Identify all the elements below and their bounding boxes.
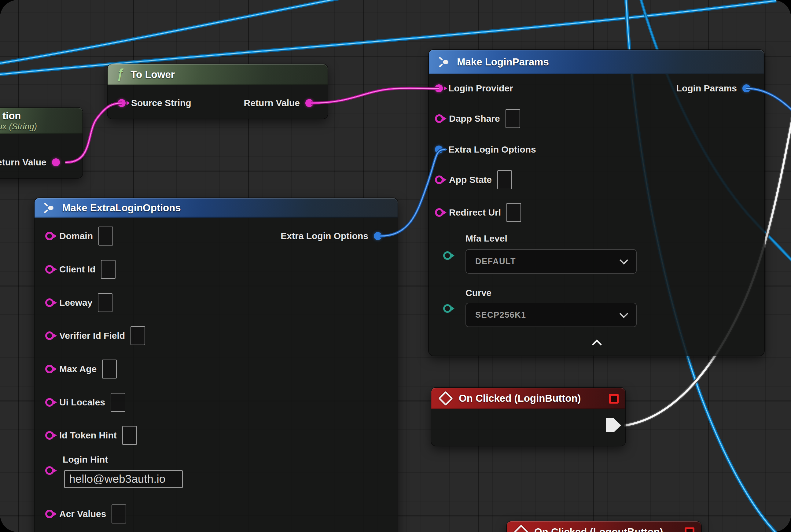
source-string-row: Source String <box>118 94 191 113</box>
source-string-pin[interactable] <box>118 99 126 107</box>
client-id-pin[interactable] <box>45 265 54 274</box>
extra-login-options-output-pin[interactable] <box>374 232 382 240</box>
ui-locales-label: Ui Locales <box>59 397 105 407</box>
acr-values-value-field[interactable] <box>112 505 126 524</box>
make-struct-icon <box>42 202 56 214</box>
node-mlp-header[interactable]: Make LoginParams <box>429 50 764 74</box>
graph-canvas[interactable]: tion ox (String) eturn Value ƒ To Lower … <box>0 0 791 532</box>
delegate-square-icon[interactable] <box>684 527 694 532</box>
login-provider-pin[interactable] <box>435 84 443 92</box>
node-textbox-partial-title: tion <box>2 110 82 122</box>
pin-row-login-provider: Login Provider <box>435 79 513 98</box>
leeway-label: Leeway <box>59 298 92 308</box>
delegate-square-icon[interactable] <box>609 394 619 404</box>
login-params-output-row: Login Params <box>676 79 750 98</box>
login-hint-label: Login Hint <box>63 454 108 465</box>
client-id-value-field[interactable] <box>101 260 116 279</box>
blueprint-editor-screenshot: tion ox (String) eturn Value ƒ To Lower … <box>0 0 791 532</box>
mfa-level-value: DEFAULT <box>475 257 516 266</box>
dapp-share-pin[interactable] <box>435 114 443 123</box>
dapp-share-label: Dapp Share <box>449 113 500 124</box>
domain-value-field[interactable] <box>98 227 113 246</box>
node-melo-title: Make ExtraLoginOptions <box>62 202 181 214</box>
app-state-pin[interactable] <box>435 175 443 184</box>
collapse-node-chevron-icon[interactable] <box>592 339 602 349</box>
curve-pin[interactable] <box>443 304 452 313</box>
node-mlp-title: Make LoginParams <box>457 56 549 68</box>
redirect-url-label: Redirect Url <box>449 207 501 218</box>
wire-decorative-1[interactable] <box>0 0 350 63</box>
app-state-value-field[interactable] <box>497 170 512 189</box>
node-onclicked-login-header[interactable]: On Clicked (LoginButton) <box>431 388 625 409</box>
client-id-label: Client Id <box>59 264 95 274</box>
leeway-value-field[interactable] <box>98 293 113 312</box>
return-value-pin[interactable] <box>305 99 313 107</box>
extra-login-options-output-label: Extra Login Options <box>281 231 368 241</box>
login-params-output-pin[interactable] <box>742 84 750 92</box>
node-to-lower-title: To Lower <box>131 69 175 80</box>
verifier-id-value-field[interactable] <box>131 326 145 345</box>
id-token-hint-value-field[interactable] <box>122 426 137 445</box>
leeway-pin[interactable] <box>45 299 54 307</box>
node-on-clicked-login-button[interactable]: On Clicked (LoginButton) <box>431 388 625 446</box>
domain-pin[interactable] <box>45 232 54 240</box>
id-token-hint-pin[interactable] <box>45 431 54 440</box>
node-onclicked-login-title: On Clicked (LoginButton) <box>459 393 581 404</box>
verifier-id-field-label: Verifier Id Field <box>59 330 125 341</box>
node-melo-header[interactable]: Make ExtraLoginOptions <box>35 198 398 218</box>
acr-values-pin[interactable] <box>45 510 54 518</box>
return-value-row: Return Value <box>244 94 313 113</box>
node-make-login-params[interactable]: Make LoginParams Login Provider Login Pa… <box>429 50 764 356</box>
ui-locales-value-field[interactable] <box>111 393 125 412</box>
redirect-url-value-field[interactable] <box>506 203 521 222</box>
event-diamond-icon <box>514 525 528 532</box>
exec-output-pin[interactable] <box>606 418 621 432</box>
acr-values-label: Acr Values <box>59 509 106 519</box>
node-textbox-partial-subtitle: ox (String) <box>0 122 37 131</box>
pin-row-redirect-url: Redirect Url <box>435 203 521 222</box>
node-textbox-partial[interactable]: tion ox (String) eturn Value <box>0 108 82 178</box>
curve-value: SECP256K1 <box>475 310 526 320</box>
string-output-pin[interactable] <box>52 158 60 166</box>
mfa-level-dropdown[interactable]: DEFAULT <box>465 249 637 274</box>
node-onclicked-logout-title: On Clicked (LogoutButton) <box>534 526 663 532</box>
pin-row-app-state: App State <box>435 170 512 189</box>
login-provider-label: Login Provider <box>448 83 513 94</box>
return-value-label: eturn Value <box>0 157 46 168</box>
curve-label: Curve <box>465 288 491 298</box>
function-icon: ƒ <box>117 66 124 81</box>
app-state-label: App State <box>449 175 492 185</box>
login-hint-input[interactable]: hello@web3auth.io <box>64 470 183 488</box>
pin-row-client-id: Client Id <box>45 260 116 279</box>
ui-locales-pin[interactable] <box>45 398 54 407</box>
login-hint-pin[interactable] <box>45 466 54 475</box>
pin-row-max-age: Max Age <box>45 360 117 379</box>
pin-row-dapp-share: Dapp Share <box>435 109 520 128</box>
extra-login-options-input-label: Extra Login Options <box>448 144 536 155</box>
node-to-lower-header[interactable]: ƒ To Lower <box>108 64 328 85</box>
max-age-value-field[interactable] <box>102 360 117 379</box>
verifier-id-field-pin[interactable] <box>45 331 54 340</box>
mfa-level-label: Mfa Level <box>465 233 507 244</box>
wire-tolower-to-loginprovider[interactable] <box>311 88 439 103</box>
event-diamond-icon <box>438 391 453 406</box>
mfa-level-pin[interactable] <box>443 251 452 260</box>
pin-row-leeway: Leeway <box>45 293 113 312</box>
node-make-extra-login-options[interactable]: Make ExtraLoginOptions Domain Client Id … <box>35 198 398 532</box>
source-string-label: Source String <box>131 98 191 108</box>
redirect-url-pin[interactable] <box>435 208 443 217</box>
return-value-label: Return Value <box>244 98 300 108</box>
login-params-output-label: Login Params <box>676 83 737 94</box>
chevron-down-icon <box>619 256 628 264</box>
extra-login-options-input-pin[interactable] <box>435 146 443 153</box>
chevron-down-icon <box>619 309 628 318</box>
dapp-share-value-field[interactable] <box>505 109 520 128</box>
node-textbox-partial-output-row: eturn Value <box>0 153 60 172</box>
max-age-label: Max Age <box>59 364 97 374</box>
max-age-pin[interactable] <box>45 365 54 373</box>
node-onclicked-logout-header[interactable]: On Clicked (LogoutButton) <box>507 521 701 532</box>
node-on-clicked-logout-button[interactable]: On Clicked (LogoutButton) <box>507 521 701 532</box>
curve-dropdown[interactable]: SECP256K1 <box>465 303 637 327</box>
extra-login-options-output-row: Extra Login Options <box>281 227 382 246</box>
node-to-lower[interactable]: ƒ To Lower Source String Return Value <box>108 64 328 119</box>
